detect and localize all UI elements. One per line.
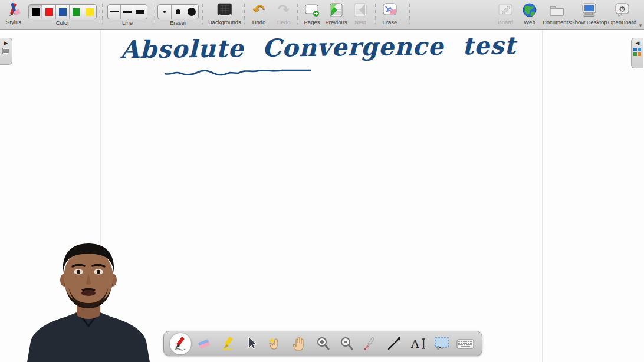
erase-page-button[interactable]: Erase (377, 1, 403, 29)
web-label: Web (518, 19, 541, 25)
toolbar-separator (297, 4, 298, 25)
line-thick-button[interactable] (134, 5, 147, 19)
zoom-in-icon (316, 336, 331, 351)
capture-tool-button[interactable]: ✂ (431, 333, 452, 354)
small-eraser-icon (163, 11, 166, 13)
page-right-edge (542, 30, 543, 362)
color-black-button[interactable] (29, 5, 42, 19)
zoom-in-tool-button[interactable] (313, 333, 334, 354)
pen-tool-button[interactable] (170, 333, 191, 354)
cursor-arrow-icon (245, 337, 258, 351)
pen-icon (173, 336, 188, 351)
openboard-label: OpenBoard (604, 19, 640, 25)
next-page-button: Next (350, 1, 370, 29)
magic-finger-icon (268, 336, 283, 351)
keyboard-icon (456, 337, 474, 350)
eraser-medium-button[interactable] (172, 5, 185, 19)
page-navigator-icon (2, 48, 9, 55)
highlighter-tool-button[interactable] (218, 333, 239, 354)
erase-page-label: Erase (377, 19, 403, 25)
web-globe-icon (518, 1, 541, 19)
thick-line-icon (136, 10, 144, 14)
backgrounds-label: Backgrounds (204, 19, 245, 25)
selector-tool-button[interactable] (241, 333, 262, 354)
eraser-label: Eraser (157, 19, 199, 26)
color-yellow-button[interactable] (83, 5, 96, 19)
backgrounds-button[interactable]: Backgrounds (204, 1, 245, 29)
svg-text:✂: ✂ (437, 344, 443, 351)
interact-tool-button[interactable] (265, 333, 286, 354)
openboard-app: Stylus Color Line (0, 0, 644, 362)
toolbar-separator (202, 4, 203, 25)
capture-icon: ✂ (433, 336, 450, 351)
redo-button: ↷ Redo (272, 1, 295, 29)
previous-page-label: Previous (323, 19, 350, 25)
redo-label: Redo (272, 19, 295, 25)
color-group: Color (28, 1, 97, 29)
library-drawer-tab[interactable]: ◀ (631, 38, 643, 68)
openboard-menu-button[interactable]: ⚙ OpenBoard (604, 1, 640, 29)
svg-text:A: A (410, 337, 419, 350)
previous-page-icon (323, 1, 350, 19)
backgrounds-icon (204, 1, 245, 19)
pointer-tool-button[interactable] (360, 333, 381, 354)
pages-label: Pages (300, 19, 324, 25)
erase-page-icon (377, 1, 403, 19)
documents-button[interactable]: Documents (540, 1, 574, 29)
triangle-right-icon: ▶ (4, 41, 8, 46)
board-mode-icon (492, 1, 518, 19)
eraser-large-button[interactable] (185, 5, 198, 19)
thin-line-icon (110, 11, 119, 12)
medium-line-icon (123, 11, 132, 13)
triangle-left-icon: ◀ (636, 41, 640, 46)
svg-text:⚙: ⚙ (619, 5, 626, 14)
red-swatch-icon (45, 8, 53, 16)
board-mode-label: Board (492, 19, 518, 25)
undo-button[interactable]: ↶ Undo (246, 1, 272, 29)
handwritten-underline-icon (164, 65, 311, 77)
web-button[interactable]: Web (518, 1, 541, 29)
blue-swatch-icon (59, 8, 67, 16)
line-tool-button[interactable] (383, 333, 405, 354)
show-desktop-button[interactable]: Show Desktop (570, 1, 609, 29)
library-icon (633, 48, 642, 56)
next-page-icon (350, 1, 370, 19)
color-blue-button[interactable] (56, 5, 70, 19)
left-drawer-tab[interactable]: ▶ (0, 38, 12, 65)
stylus-button[interactable]: Stylus (0, 1, 27, 29)
pages-button[interactable]: Pages (300, 1, 324, 29)
whiteboard-canvas[interactable]: Absolute Convergence test ▶ ◀ (0, 30, 644, 362)
toolbar-separator (244, 4, 245, 25)
toolbar-separator (375, 4, 376, 25)
presenter-portrait-icon (17, 242, 160, 362)
eraser-small-button[interactable] (158, 5, 172, 19)
tool-palette: A ✂ (163, 331, 482, 356)
text-tool-button[interactable]: A (408, 333, 429, 354)
hand-icon (291, 336, 307, 351)
eraser-tool-button[interactable] (193, 333, 215, 354)
previous-page-button[interactable]: Previous (323, 1, 350, 29)
virtual-keyboard-tool-button[interactable] (455, 333, 476, 354)
next-page-label: Next (350, 19, 370, 25)
text-icon: A (409, 336, 427, 351)
color-red-button[interactable] (42, 5, 56, 19)
color-green-button[interactable] (70, 5, 83, 19)
line-icon (386, 336, 402, 351)
toolbar-separator (153, 4, 153, 25)
line-thin-button[interactable] (108, 5, 121, 19)
zoom-out-tool-button[interactable] (336, 333, 357, 354)
handwritten-title: Absolute Convergence test (120, 32, 498, 64)
openboard-gear-icon: ⚙ (604, 1, 640, 19)
yellow-swatch-icon (86, 8, 94, 16)
show-desktop-label: Show Desktop (570, 19, 609, 25)
highlighter-icon (221, 336, 236, 351)
documents-label: Documents (540, 19, 574, 25)
color-label: Color (28, 19, 97, 26)
toolbar-separator (409, 4, 410, 25)
green-swatch-icon (73, 8, 80, 16)
zoom-out-icon (339, 336, 354, 351)
eraser-group: Eraser (157, 1, 199, 29)
line-medium-button[interactable] (121, 5, 134, 19)
hand-tool-button[interactable] (288, 333, 310, 354)
board-mode-button: Board (492, 1, 518, 29)
